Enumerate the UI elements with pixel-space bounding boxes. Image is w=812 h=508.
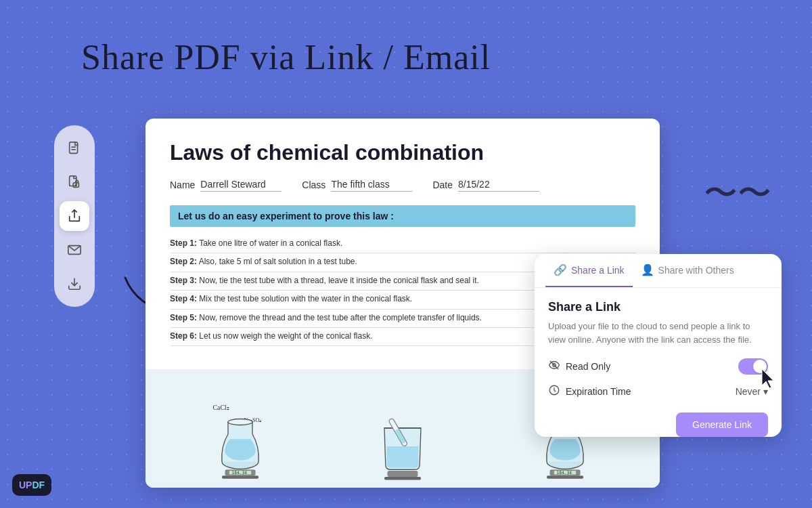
updf-logo: UPDF xyxy=(12,474,51,496)
read-only-icon xyxy=(548,359,560,374)
squiggle-decoration: 〜〜 xyxy=(704,176,771,210)
share-body: Share a Link Upload your file to the clo… xyxy=(535,288,782,425)
svg-rect-21 xyxy=(384,477,421,480)
svg-text:CaCl₂: CaCl₂ xyxy=(213,404,229,411)
beaker-1: CaCl₂ → Na₂SO₄ 184.34 xyxy=(210,396,271,484)
share-description: Upload your file to the cloud to send pe… xyxy=(548,320,768,346)
lock-document-icon xyxy=(67,175,82,190)
people-icon: 👤 xyxy=(641,263,654,276)
sidebar-item-lock[interactable] xyxy=(60,167,89,197)
share-panel: 🔗 Share a Link 👤 Share with Others Share… xyxy=(535,254,782,437)
highlight-bar: Let us do an easy experiment to prove th… xyxy=(170,205,635,227)
save-icon xyxy=(67,276,82,291)
class-label: Class xyxy=(302,179,325,190)
mouse-cursor xyxy=(761,368,777,389)
sidebar-item-save[interactable] xyxy=(60,269,89,299)
read-only-label: Read Only xyxy=(566,361,610,372)
page-header-title: Share PDF via Link / Email xyxy=(81,37,491,77)
expiry-row: Expiration Time Never ▾ xyxy=(548,384,768,399)
sidebar xyxy=(54,125,95,307)
clock-icon xyxy=(548,384,560,399)
link-icon: 🔗 xyxy=(554,263,567,276)
beaker-2 xyxy=(372,396,433,484)
tab-share-others[interactable]: 👤 Share with Others xyxy=(633,254,742,287)
tab-share-link[interactable]: 🔗 Share a Link xyxy=(545,254,633,287)
expiry-value: Never xyxy=(736,386,761,397)
pdf-fields: Name Darrell Steward Class The fifth cla… xyxy=(170,179,635,192)
svg-point-12 xyxy=(228,419,252,425)
document-icon xyxy=(67,141,82,156)
sidebar-item-document[interactable] xyxy=(60,133,89,163)
expiry-label: Expiration Time xyxy=(566,386,631,397)
class-value: The fifth class xyxy=(331,179,412,192)
email-icon xyxy=(67,242,82,257)
name-label: Name xyxy=(170,179,195,190)
tab-share-link-label: Share a Link xyxy=(571,265,625,276)
pdf-title: Laws of chemical combination xyxy=(170,140,635,165)
svg-rect-26 xyxy=(547,476,583,480)
sidebar-item-email[interactable] xyxy=(60,235,89,265)
generate-link-button[interactable]: Generate Link xyxy=(676,412,768,437)
svg-rect-0 xyxy=(70,142,78,154)
svg-rect-14 xyxy=(222,476,258,480)
step-row: Step 1: Take one litre of water in a con… xyxy=(170,236,635,253)
tab-share-others-label: Share with Others xyxy=(658,265,734,276)
date-value: 8/15/22 xyxy=(458,179,539,192)
name-value: Darrell Steward xyxy=(200,179,281,192)
share-tabs: 🔗 Share a Link 👤 Share with Others xyxy=(535,254,782,288)
read-only-row: Read Only xyxy=(548,358,768,375)
svg-text:184.34: 184.34 xyxy=(231,471,247,475)
svg-rect-20 xyxy=(388,471,418,477)
sidebar-item-share[interactable] xyxy=(60,201,89,231)
date-label: Date xyxy=(432,179,453,190)
share-icon xyxy=(67,209,82,224)
svg-text:184.34: 184.34 xyxy=(556,471,572,475)
share-heading: Share a Link xyxy=(548,300,768,314)
